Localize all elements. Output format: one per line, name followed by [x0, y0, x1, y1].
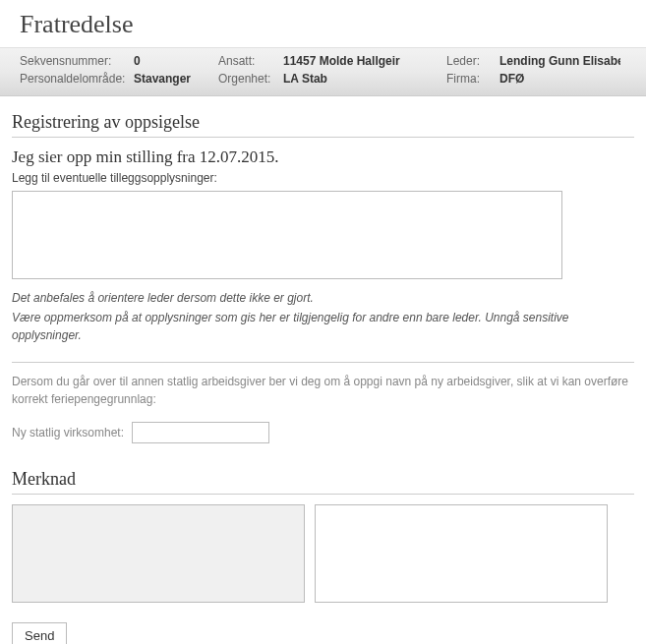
ansatt-label: Ansatt: [218, 54, 277, 68]
seq-value: 0 [134, 54, 212, 68]
seq-label: Sekvensnummer: [20, 54, 128, 68]
orgenhet-value: LA Stab [283, 72, 440, 86]
extra-info-label: Legg til eventuelle tilleggsopplysninger… [12, 171, 634, 185]
section-registration-heading: Registrering av oppsigelse [12, 104, 634, 138]
page-title: Fratredelse [0, 0, 646, 47]
area-label: Personaldelområde: [20, 72, 128, 86]
area-value: Stavanger [134, 72, 212, 86]
orgenhet-label: Orgenhet: [218, 72, 277, 86]
send-button[interactable]: Send [12, 622, 67, 644]
firma-value: DFØ [499, 72, 620, 86]
note-sensitive: Være oppmerksom på at opplysninger som g… [12, 309, 634, 344]
merknad-left-textarea[interactable] [12, 504, 305, 603]
firma-label: Firma: [446, 72, 494, 86]
transfer-info-text: Dersom du går over til annen statlig arb… [12, 373, 634, 408]
merknad-right-textarea[interactable] [315, 504, 608, 603]
extra-info-textarea[interactable] [12, 191, 562, 279]
divider [12, 362, 634, 363]
leder-value: Lending Gunn Elisabeth Løl [499, 54, 620, 68]
new-employer-input[interactable] [132, 422, 269, 443]
resignation-statement: Jeg sier opp min stilling fra 12.07.2015… [12, 147, 634, 167]
note-orient-leader: Det anbefales å orientere leder dersom d… [12, 289, 634, 307]
section-merknad-heading: Merknad [12, 461, 634, 495]
ansatt-value: 11457 Molde Hallgeir [283, 54, 440, 68]
new-employer-label: Ny statlig virksomhet: [12, 426, 124, 439]
header-info-bar: Sekvensnummer: Personaldelområde: 0 Stav… [0, 47, 646, 96]
leder-label: Leder: [446, 54, 494, 68]
